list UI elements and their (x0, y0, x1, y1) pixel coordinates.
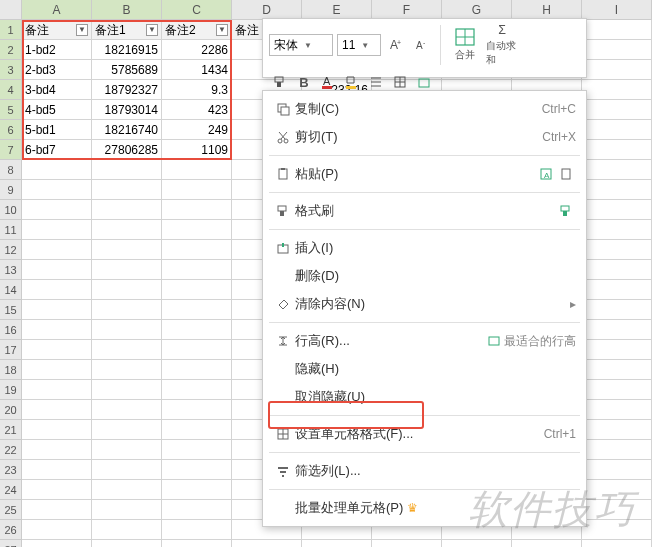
row-header-1[interactable]: 1 (0, 20, 22, 40)
cell[interactable] (22, 480, 92, 500)
row-header-4[interactable]: 4 (0, 80, 22, 100)
row-header-17[interactable]: 17 (0, 340, 22, 360)
cell[interactable] (162, 520, 232, 540)
row-header-27[interactable]: 27 (0, 540, 22, 547)
row-header-26[interactable]: 26 (0, 520, 22, 540)
cell[interactable] (162, 540, 232, 547)
menu-paste[interactable]: 粘贴(P)A (263, 160, 586, 188)
cell[interactable] (92, 400, 162, 420)
cell[interactable] (162, 320, 232, 340)
cell[interactable]: 423 (162, 100, 232, 120)
cell[interactable] (162, 180, 232, 200)
cell[interactable] (92, 160, 162, 180)
row-header-25[interactable]: 25 (0, 500, 22, 520)
cell[interactable] (22, 540, 92, 547)
cell[interactable] (92, 340, 162, 360)
cell[interactable] (582, 20, 652, 40)
row-header-2[interactable]: 2 (0, 40, 22, 60)
col-header-f[interactable]: F (372, 0, 442, 20)
cell[interactable] (582, 340, 652, 360)
cell[interactable] (162, 260, 232, 280)
col-header-e[interactable]: E (302, 0, 372, 20)
row-header-12[interactable]: 12 (0, 240, 22, 260)
cell[interactable] (582, 440, 652, 460)
cell[interactable] (582, 280, 652, 300)
cell[interactable] (582, 160, 652, 180)
cell[interactable] (582, 100, 652, 120)
menu-filter-column[interactable]: 筛选列(L)... (263, 457, 586, 485)
row-header-20[interactable]: 20 (0, 400, 22, 420)
font-family-select[interactable]: 宋体▼ (269, 34, 333, 56)
row-header-6[interactable]: 6 (0, 120, 22, 140)
cell[interactable] (92, 420, 162, 440)
decrease-font-icon[interactable]: A- (411, 34, 433, 56)
cell[interactable] (22, 260, 92, 280)
cell[interactable] (582, 400, 652, 420)
cell[interactable] (162, 380, 232, 400)
cell[interactable] (22, 340, 92, 360)
col-header-d[interactable]: D (232, 0, 302, 20)
filter-dropdown-icon[interactable]: ▼ (76, 24, 88, 36)
cell[interactable] (162, 500, 232, 520)
cell[interactable] (92, 300, 162, 320)
cell[interactable] (92, 220, 162, 240)
cell[interactable]: 1109 (162, 140, 232, 160)
cell[interactable]: 18793014 (92, 100, 162, 120)
filter-header-c[interactable]: 备注2▼ (162, 20, 232, 40)
menu-unhide[interactable]: 取消隐藏(U) (263, 383, 586, 411)
cell[interactable] (92, 520, 162, 540)
cell[interactable] (22, 380, 92, 400)
cell[interactable] (22, 400, 92, 420)
cell[interactable] (22, 460, 92, 480)
cell[interactable] (162, 280, 232, 300)
cell[interactable] (582, 60, 652, 80)
row-header-8[interactable]: 8 (0, 160, 22, 180)
cell[interactable]: 9.3 (162, 80, 232, 100)
cell[interactable]: 1434 (162, 60, 232, 80)
col-header-a[interactable]: A (22, 0, 92, 20)
cell[interactable]: 18216915 (92, 40, 162, 60)
cell[interactable] (582, 40, 652, 60)
cell[interactable] (92, 320, 162, 340)
menu-delete[interactable]: 删除(D) (263, 262, 586, 290)
cell[interactable] (162, 400, 232, 420)
cell[interactable]: 18792327 (92, 80, 162, 100)
cell[interactable] (22, 280, 92, 300)
cell[interactable] (582, 500, 652, 520)
menu-insert[interactable]: 插入(I) (263, 234, 586, 262)
cell[interactable] (582, 480, 652, 500)
cell[interactable] (22, 300, 92, 320)
cell[interactable] (22, 500, 92, 520)
increase-font-icon[interactable]: A+ (385, 34, 407, 56)
cell[interactable] (162, 420, 232, 440)
cell[interactable] (92, 260, 162, 280)
cell[interactable] (22, 440, 92, 460)
cell[interactable]: 2-bd3 (22, 60, 92, 80)
cell[interactable] (582, 120, 652, 140)
cell[interactable] (22, 240, 92, 260)
col-header-h[interactable]: H (512, 0, 582, 20)
cell[interactable] (582, 180, 652, 200)
cell[interactable] (232, 540, 302, 547)
cell[interactable] (22, 420, 92, 440)
cell[interactable]: 27806285 (92, 140, 162, 160)
cell[interactable] (162, 160, 232, 180)
cell[interactable] (302, 540, 372, 547)
cell[interactable] (162, 360, 232, 380)
select-all-corner[interactable] (0, 0, 22, 20)
cell[interactable] (92, 380, 162, 400)
cell[interactable] (162, 460, 232, 480)
cell[interactable] (582, 380, 652, 400)
menu-clear[interactable]: 清除内容(N)▸ (263, 290, 586, 318)
row-header-3[interactable]: 3 (0, 60, 22, 80)
row-header-24[interactable]: 24 (0, 480, 22, 500)
cell[interactable]: 3-bd4 (22, 80, 92, 100)
col-header-b[interactable]: B (92, 0, 162, 20)
cell[interactable] (582, 80, 652, 100)
cell[interactable]: 5-bd1 (22, 120, 92, 140)
paste-special-icon[interactable]: A (536, 167, 556, 181)
cell[interactable]: 2286 (162, 40, 232, 60)
cell[interactable] (582, 260, 652, 280)
col-header-c[interactable]: C (162, 0, 232, 20)
filter-header-a[interactable]: 备注▼ (22, 20, 92, 40)
